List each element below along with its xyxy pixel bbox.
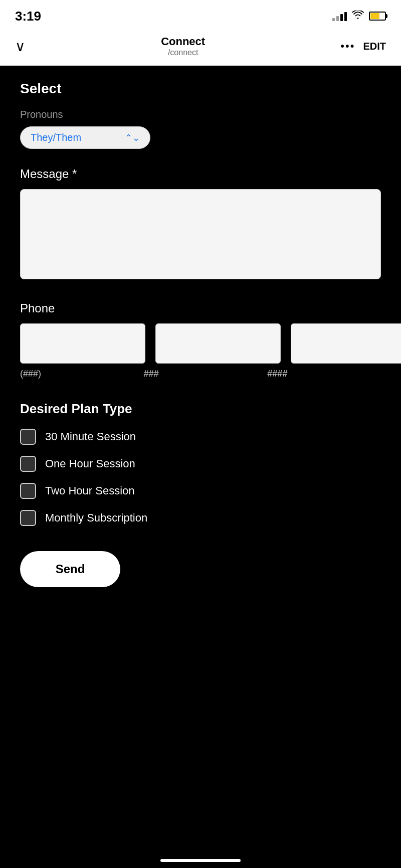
phone-format-2: ### <box>144 369 258 379</box>
phone-prefix-input[interactable] <box>155 323 281 364</box>
plan-label-30min: 30 Minute Session <box>45 430 136 443</box>
phone-section: Phone (###) ### #### <box>20 301 381 379</box>
plan-option-30min[interactable]: 30 Minute Session <box>20 429 381 445</box>
plan-type-heading: Desired Plan Type <box>20 401 381 417</box>
wifi-icon <box>352 11 364 22</box>
phone-format-1: (###) <box>20 369 134 379</box>
phone-inputs <box>20 323 381 364</box>
nav-bar: ∨ Connect /connect ••• EDIT <box>0 30 401 66</box>
message-label: Message * <box>20 167 381 181</box>
message-input[interactable] <box>20 189 381 279</box>
nav-actions: ••• EDIT <box>340 40 386 53</box>
plan-label-1hour: One Hour Session <box>45 457 135 470</box>
status-time: 3:19 <box>15 9 41 24</box>
checkbox-1hour[interactable] <box>20 456 36 472</box>
plan-type-section: Desired Plan Type 30 Minute Session One … <box>20 401 381 526</box>
plan-option-2hour[interactable]: Two Hour Session <box>20 483 381 499</box>
plan-option-monthly[interactable]: Monthly Subscription <box>20 510 381 526</box>
more-options-icon[interactable]: ••• <box>340 40 355 53</box>
phone-format-3: #### <box>267 369 381 379</box>
nav-title-group: Connect /connect <box>161 35 205 57</box>
select-heading: Select <box>20 81 381 97</box>
checkbox-30min[interactable] <box>20 429 36 445</box>
phone-label: Phone <box>20 301 381 315</box>
back-chevron-icon[interactable]: ∨ <box>15 38 26 55</box>
select-section: Select Pronouns They/Them ⌃⌄ <box>20 81 381 149</box>
pronouns-select[interactable]: They/Them ⌃⌄ <box>20 126 150 149</box>
nav-title: Connect <box>161 35 205 48</box>
home-indicator <box>160 859 241 862</box>
status-bar: 3:19 <box>0 0 401 30</box>
signal-icon <box>332 11 347 21</box>
pronouns-label: Pronouns <box>20 109 381 120</box>
phone-format-labels: (###) ### #### <box>20 369 381 379</box>
plan-label-2hour: Two Hour Session <box>45 484 135 497</box>
plan-option-1hour[interactable]: One Hour Session <box>20 456 381 472</box>
message-section: Message * <box>20 167 381 281</box>
send-button[interactable]: Send <box>20 551 120 587</box>
battery-icon <box>369 12 386 21</box>
nav-subtitle: /connect <box>161 48 205 57</box>
send-section: Send <box>20 551 381 607</box>
checkbox-2hour[interactable] <box>20 483 36 499</box>
plan-label-monthly: Monthly Subscription <box>45 511 147 525</box>
edit-button[interactable]: EDIT <box>363 41 386 52</box>
form-content: Select Pronouns They/Them ⌃⌄ Message * P… <box>0 66 401 622</box>
checkbox-monthly[interactable] <box>20 510 36 526</box>
status-icons <box>332 11 386 22</box>
pronouns-value: They/Them <box>31 132 81 143</box>
phone-area-code-input[interactable] <box>20 323 145 364</box>
select-arrows-icon: ⌃⌄ <box>125 132 140 143</box>
phone-line-input[interactable] <box>291 323 401 364</box>
